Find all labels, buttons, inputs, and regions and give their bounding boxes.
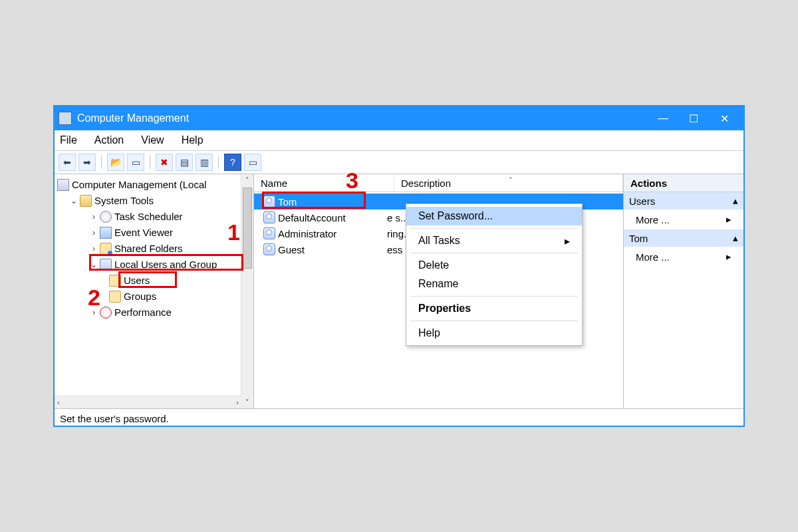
tree-root-label: Computer Management (Local [72, 177, 207, 193]
tree-root[interactable]: Computer Management (Local [57, 177, 239, 193]
tree-task-scheduler[interactable]: › Task Scheduler [57, 209, 239, 225]
menu-action[interactable]: Action [94, 134, 124, 146]
user-icon [263, 227, 275, 239]
expander-closed-icon[interactable]: › [89, 241, 98, 257]
up-button[interactable]: 📂 [107, 154, 124, 171]
user-name: Guest [278, 244, 305, 255]
expander-closed-icon[interactable]: › [89, 305, 98, 321]
tree-horizontal-scrollbar[interactable]: ‹ › [55, 396, 241, 408]
actions-pane: Actions Users ▴ More ... ▸ Tom ▴ More ..… [624, 174, 743, 408]
toolbar: ⬅ ➡ 📂 ▭ ✖ ▤ ▥ ? ▭ [55, 151, 743, 174]
help-button[interactable]: ? [224, 154, 241, 171]
tree-event-viewer-label: Event Viewer [114, 225, 173, 241]
scroll-thumb[interactable] [243, 188, 252, 269]
event-icon [100, 227, 112, 239]
context-set-password-label: Set Password... [418, 210, 493, 222]
minimize-button[interactable]: — [648, 109, 678, 128]
context-help[interactable]: Help [406, 324, 582, 342]
tree-local-users-groups-label: Local Users and Group [114, 257, 217, 273]
chevron-right-icon: ▸ [726, 213, 732, 225]
actions-header: Actions [624, 174, 743, 192]
user-name: Administrator [278, 228, 336, 239]
menu-file[interactable]: File [60, 134, 77, 146]
forward-button[interactable]: ➡ [78, 154, 96, 171]
users-group-icon [100, 259, 112, 271]
sort-indicator-icon: ˄ [509, 176, 513, 185]
tree-vertical-scrollbar[interactable]: ˄ ˅ [241, 174, 253, 408]
context-delete-label: Delete [418, 259, 449, 271]
tree-event-viewer[interactable]: › Event Viewer [57, 225, 239, 241]
menu-view[interactable]: View [141, 134, 164, 146]
expander-open-icon[interactable]: ⌄ [69, 193, 78, 209]
window-title: Computer Management [77, 112, 648, 124]
column-description-label: Description [401, 178, 451, 189]
clock-icon [100, 211, 112, 223]
tree-performance[interactable]: › Performance [57, 305, 239, 321]
tree-pane: Computer Management (Local ⌄ System Tool… [55, 174, 254, 408]
user-icon [263, 196, 275, 207]
expander-open-icon[interactable]: ⌄ [89, 257, 98, 273]
close-button[interactable]: ✕ [709, 109, 739, 128]
tree-groups[interactable]: Groups [57, 289, 239, 305]
context-all-tasks-label: All Tasks [418, 235, 460, 247]
context-properties-label: Properties [418, 303, 471, 315]
actions-section-users[interactable]: Users ▴ [624, 192, 743, 209]
tools-icon [80, 195, 92, 207]
app-icon [59, 112, 72, 125]
scroll-left-icon[interactable]: ‹ [57, 398, 60, 406]
context-properties[interactable]: Properties [406, 299, 582, 318]
scroll-right-icon[interactable]: › [236, 398, 239, 406]
main-panes: Computer Management (Local ⌄ System Tool… [55, 174, 743, 409]
scroll-up-icon[interactable]: ˄ [241, 174, 253, 186]
user-icon [263, 243, 275, 255]
tree-local-users-groups[interactable]: ⌄ Local Users and Group [57, 257, 239, 273]
tree-users[interactable]: Users [57, 273, 239, 289]
column-description[interactable]: Description ˄ [394, 174, 623, 192]
tree-groups-label: Groups [124, 289, 156, 305]
chevron-right-icon: ▸ [565, 235, 570, 247]
tree-shared-folders[interactable]: › Shared Folders [57, 241, 239, 257]
scroll-down-icon[interactable]: ˅ [241, 396, 253, 408]
folder-icon [109, 291, 121, 303]
context-rename[interactable]: Rename [406, 275, 582, 293]
tree-task-scheduler-label: Task Scheduler [114, 209, 183, 225]
show-tree-button[interactable]: ▭ [127, 154, 144, 171]
toolbar-separator [218, 156, 219, 169]
chevron-right-icon: ▸ [726, 251, 732, 263]
context-separator [410, 253, 578, 253]
toolbar-separator [101, 156, 102, 169]
tree-system-tools-label: System Tools [94, 193, 154, 209]
maximize-button[interactable]: ☐ [678, 109, 709, 128]
titlebar[interactable]: Computer Management — ☐ ✕ [55, 106, 743, 130]
menu-help[interactable]: Help [182, 134, 203, 146]
toolbar-separator [150, 156, 150, 169]
actions-section-users-label: Users [629, 196, 655, 207]
actions-more-label: More ... [636, 214, 670, 225]
tree-users-label: Users [124, 273, 150, 289]
performance-icon [100, 307, 112, 319]
properties-button[interactable]: ▤ [176, 154, 193, 171]
context-rename-label: Rename [418, 278, 458, 290]
actions-more-users[interactable]: More ... ▸ [624, 209, 743, 229]
refresh-button[interactable]: ▭ [244, 154, 261, 171]
context-help-label: Help [418, 327, 440, 339]
actions-section-tom-label: Tom [629, 233, 648, 244]
user-icon [263, 211, 275, 223]
actions-section-tom[interactable]: Tom ▴ [624, 229, 743, 247]
context-delete[interactable]: Delete [406, 256, 582, 275]
context-all-tasks[interactable]: All Tasks ▸ [406, 231, 582, 250]
tree-shared-folders-label: Shared Folders [114, 241, 183, 257]
export-button[interactable]: ▥ [196, 154, 213, 171]
back-button[interactable]: ⬅ [59, 154, 76, 171]
context-separator [410, 321, 578, 321]
tree-system-tools[interactable]: ⌄ System Tools [57, 193, 239, 209]
expander-closed-icon[interactable]: › [89, 209, 98, 225]
context-set-password[interactable]: Set Password... [406, 207, 582, 225]
expander-closed-icon[interactable]: › [89, 225, 98, 241]
delete-button[interactable]: ✖ [156, 154, 173, 171]
context-separator [410, 228, 578, 229]
actions-more-tom[interactable]: More ... ▸ [624, 247, 743, 267]
tree-performance-label: Performance [114, 305, 172, 321]
column-name[interactable]: Name [254, 174, 394, 192]
status-text: Set the user's password. [60, 413, 169, 424]
